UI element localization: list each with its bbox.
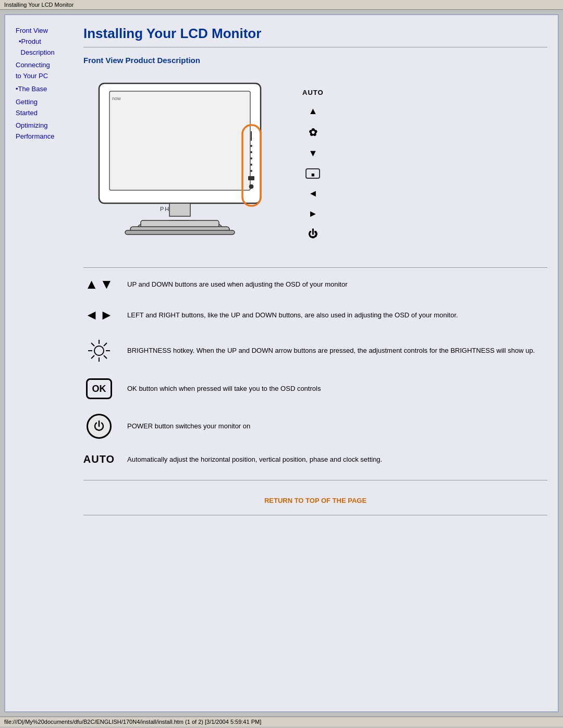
page-wrapper: Front View •Produt Description Connectin…	[4, 14, 559, 712]
sidebar-item-connecting[interactable]: Connectingto Your PC	[16, 60, 78, 82]
return-to-top-link[interactable]: RETURN TO TOP OF THE PAGE	[264, 497, 366, 504]
title-bar-text: Installing Your LCD Monitor	[4, 2, 74, 8]
ok-icon: OK	[83, 378, 115, 399]
sidebar-item-optimizing[interactable]: OptimizingPerformance	[16, 120, 78, 142]
svg-line-26	[91, 355, 94, 359]
down-arrow: ▼	[100, 276, 114, 292]
auto-icon: AUTO	[83, 453, 115, 465]
title-bar: Installing Your LCD Monitor	[0, 0, 563, 10]
svg-point-10	[250, 170, 252, 172]
svg-point-6	[250, 145, 252, 147]
brightness-icon	[83, 338, 115, 364]
legend-power: ⏻	[302, 229, 324, 240]
svg-rect-13	[169, 203, 190, 216]
right-arrow-icon: ►	[100, 307, 114, 323]
svg-line-25	[104, 343, 107, 346]
status-bar-text: file:///D|/My%20documents/dfu/B2C/ENGLIS…	[4, 719, 261, 725]
feature-row-ok: OK OK button which when pressed will tak…	[83, 378, 547, 399]
sidebar: Front View •Produt Description Connectin…	[16, 26, 78, 524]
feature-rows: ▲ ▼ UP and DOWN buttons are used when ad…	[83, 276, 547, 465]
feature-text-brightness: BRIGHTNESS hotkey. When the UP and DOWN …	[127, 346, 547, 356]
up-arrow: ▲	[85, 276, 99, 292]
divider-final	[83, 515, 547, 515]
left-arrow: ◄	[85, 307, 99, 323]
content-area: Front View •Produt Description Connectin…	[5, 15, 558, 534]
divider-mid	[83, 267, 547, 268]
legend-ok: ■	[302, 168, 324, 179]
power-icon	[83, 414, 115, 439]
svg-line-24	[104, 355, 107, 359]
svg-point-8	[250, 157, 252, 159]
feature-text-ok: OK button which when pressed will take y…	[127, 384, 547, 394]
left-right-icon: ◄ ►	[83, 307, 115, 323]
svg-point-18	[94, 346, 104, 355]
svg-text:now: now	[112, 96, 121, 101]
sidebar-item-base[interactable]: •The Base	[16, 84, 78, 95]
svg-rect-11	[248, 176, 254, 180]
feature-text-power: POWER button switches your monitor on	[127, 421, 547, 431]
section-title: Front View Product Description	[83, 56, 547, 65]
status-bar: file:///D|/My%20documents/dfu/B2C/ENGLIS…	[0, 717, 563, 726]
svg-line-23	[91, 343, 94, 346]
sidebar-item-getting-started[interactable]: GettingStarted	[16, 97, 78, 119]
feature-row-leftright: ◄ ► LEFT and RIGHT buttons, like the UP …	[83, 307, 547, 323]
legend-up: ▲	[302, 106, 324, 117]
divider-bottom	[83, 480, 547, 480]
legend-left: ◄	[302, 188, 324, 199]
svg-rect-1	[109, 91, 250, 190]
legend-auto: AUTO	[302, 89, 324, 96]
svg-point-9	[250, 164, 252, 166]
feature-row-updown: ▲ ▼ UP and DOWN buttons are used when ad…	[83, 276, 547, 292]
button-legend: AUTO ▲ ✿ ▼ ■ ◄ ► ⏻	[302, 73, 324, 240]
svg-point-7	[250, 151, 252, 153]
feature-text-auto: Automatically adjust the horizontal posi…	[127, 454, 547, 465]
svg-rect-17	[125, 230, 235, 235]
feature-row-auto: AUTO Automatically adjust the horizontal…	[83, 453, 547, 465]
main-content: Installing Your LCD Monitor Front View P…	[78, 26, 547, 524]
divider-top	[83, 47, 547, 47]
sidebar-item-product-desc[interactable]: •Produt Description	[16, 36, 78, 58]
legend-right: ►	[302, 208, 324, 219]
page-title: Installing Your LCD Monitor	[83, 26, 547, 42]
sidebar-item-front-view[interactable]: Front View	[16, 26, 78, 36]
feature-text-leftright: LEFT and RIGHT buttons, like the UP and …	[127, 310, 547, 320]
feature-row-brightness: BRIGHTNESS hotkey. When the UP and DOWN …	[83, 338, 547, 364]
svg-point-12	[249, 184, 253, 189]
up-down-icon: ▲ ▼	[83, 276, 115, 292]
monitor-diagram-area: PHILIPS now	[83, 73, 547, 252]
return-link-container: RETURN TO TOP OF THE PAGE	[83, 496, 547, 504]
feature-text-updown: UP and DOWN buttons are used when adjust…	[127, 279, 547, 290]
feature-row-power: POWER button switches your monitor on	[83, 414, 547, 439]
legend-brightness: ✿	[302, 126, 324, 139]
legend-down: ▼	[302, 148, 324, 159]
monitor-illustration: PHILIPS now	[83, 73, 287, 252]
